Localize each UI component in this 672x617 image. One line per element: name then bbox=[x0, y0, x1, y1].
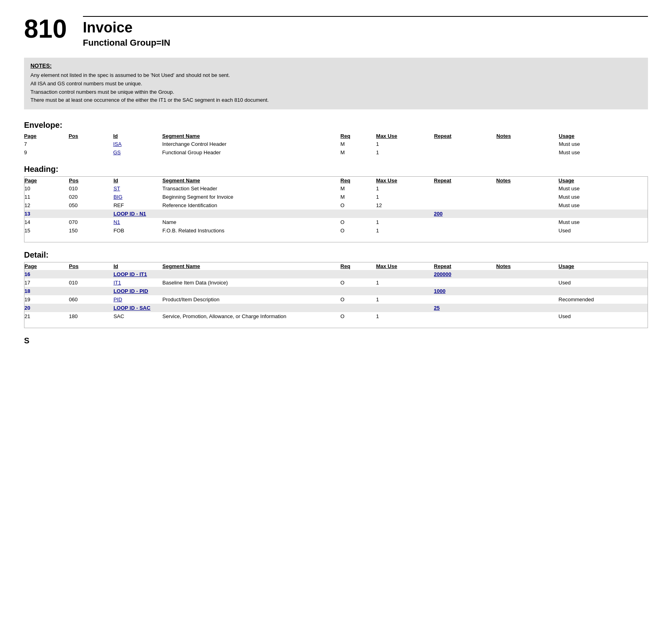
cell-notes bbox=[496, 270, 559, 278]
cell-maxuse bbox=[376, 304, 434, 312]
loop-row-pid: 18 LOOP ID - PID 1000 bbox=[24, 287, 648, 295]
cell-maxuse: 1 bbox=[376, 312, 434, 321]
col-header-notes: Notes bbox=[496, 132, 559, 140]
cell-id[interactable]: PID bbox=[113, 295, 162, 304]
cell-repeat bbox=[434, 148, 496, 157]
notes-line-4: There must be at least one occurrence of… bbox=[30, 96, 642, 105]
col-header-segname: Segment Name bbox=[162, 177, 340, 184]
col-header-pos: Pos bbox=[69, 177, 113, 184]
cell-pos: 010 bbox=[69, 278, 113, 287]
cell-page: 19 bbox=[24, 295, 69, 304]
cell-usage: Recommended bbox=[559, 295, 648, 304]
cell-usage: Must use bbox=[559, 148, 648, 157]
col-header-page: Page bbox=[24, 177, 69, 184]
cell-repeat: 25 bbox=[434, 304, 496, 312]
cell-segname: Interchange Control Header bbox=[162, 140, 341, 148]
col-header-id: Id bbox=[113, 177, 162, 184]
cell-notes bbox=[496, 287, 559, 295]
col-header-id: Id bbox=[113, 132, 162, 140]
cell-notes bbox=[496, 210, 559, 218]
cell-id: FOB bbox=[113, 226, 162, 235]
envelope-table: Page Pos Id Segment Name Req Max Use Rep… bbox=[24, 132, 648, 157]
cell-usage bbox=[559, 287, 648, 295]
cell-pos: 010 bbox=[69, 184, 113, 193]
cell-segname: Transaction Set Header bbox=[162, 184, 340, 193]
cell-segname: Functional Group Header bbox=[162, 148, 341, 157]
cell-segname: Baseline Item Data (Invoice) bbox=[162, 278, 340, 287]
col-header-pos: Pos bbox=[69, 262, 113, 270]
table-row: 12 050 REF Reference Identification O 12… bbox=[24, 201, 648, 210]
cell-pos: 150 bbox=[69, 226, 113, 235]
cell-page: 16 bbox=[24, 270, 69, 278]
cell-id[interactable]: ISA bbox=[113, 140, 162, 148]
cell-usage: Must use bbox=[559, 218, 648, 226]
envelope-section: Envelope: Page Pos Id Segment Name Req M… bbox=[24, 121, 648, 157]
cell-segname: Beginning Segment for Invoice bbox=[162, 193, 340, 201]
cell-id[interactable]: ST bbox=[113, 184, 162, 193]
cell-maxuse: 1 bbox=[376, 140, 434, 148]
cell-maxuse bbox=[376, 210, 434, 218]
cell-loop-id[interactable]: LOOP ID - SAC bbox=[113, 304, 376, 312]
cell-loop-id[interactable]: LOOP ID - N1 bbox=[113, 210, 376, 218]
cell-pos bbox=[69, 287, 113, 295]
notes-title: NOTES: bbox=[30, 63, 642, 69]
notes-line-1: Any element not listed in the spec is as… bbox=[30, 71, 642, 80]
detail-title: Detail: bbox=[24, 250, 648, 260]
cell-req: O bbox=[341, 295, 376, 304]
table-row: 9 GS Functional Group Header M 1 Must us… bbox=[24, 148, 648, 157]
cell-page: 13 bbox=[24, 210, 69, 218]
cell-segname: Name bbox=[162, 218, 340, 226]
col-header-pos: Pos bbox=[69, 132, 113, 140]
cell-maxuse: 1 bbox=[376, 226, 434, 235]
cell-page: 21 bbox=[24, 312, 69, 321]
cell-notes bbox=[496, 201, 559, 210]
cell-notes bbox=[496, 148, 559, 157]
cell-usage bbox=[559, 210, 648, 218]
cell-page: 7 bbox=[24, 140, 69, 148]
cell-id: REF bbox=[113, 201, 162, 210]
col-header-maxuse: Max Use bbox=[376, 132, 434, 140]
col-header-notes: Notes bbox=[496, 262, 559, 270]
page-header: 810 Invoice Functional Group=IN bbox=[24, 16, 648, 48]
table-row: 11 020 BIG Beginning Segment for Invoice… bbox=[24, 193, 648, 201]
loop-row-it1: 16 LOOP ID - IT1 200000 bbox=[24, 270, 648, 278]
heading-table: Page Pos Id Segment Name Req Max Use Rep… bbox=[24, 177, 648, 235]
col-header-req: Req bbox=[341, 177, 376, 184]
cell-usage: Must use bbox=[559, 140, 648, 148]
cell-page: 12 bbox=[24, 201, 69, 210]
cell-notes bbox=[496, 226, 559, 235]
cell-usage: Used bbox=[559, 312, 648, 321]
cell-id[interactable]: IT1 bbox=[113, 278, 162, 287]
cell-id[interactable]: GS bbox=[113, 148, 162, 157]
cell-loop-id[interactable]: LOOP ID - PID bbox=[113, 287, 376, 295]
cell-usage: Must use bbox=[559, 201, 648, 210]
cell-page: 18 bbox=[24, 287, 69, 295]
cell-page: 11 bbox=[24, 193, 69, 201]
cell-segname: F.O.B. Related Instructions bbox=[162, 226, 340, 235]
cell-loop-id[interactable]: LOOP ID - IT1 bbox=[113, 270, 376, 278]
cell-pos bbox=[69, 140, 113, 148]
cell-id[interactable]: BIG bbox=[113, 193, 162, 201]
col-header-repeat: Repeat bbox=[434, 132, 496, 140]
col-header-usage: Usage bbox=[559, 177, 648, 184]
cell-notes bbox=[496, 295, 559, 304]
cell-usage: Used bbox=[559, 226, 648, 235]
summary-title: S bbox=[24, 336, 648, 345]
cell-repeat bbox=[434, 140, 496, 148]
cell-maxuse: 1 bbox=[376, 295, 434, 304]
detail-table: Page Pos Id Segment Name Req Max Use Rep… bbox=[24, 262, 648, 321]
cell-notes bbox=[496, 278, 559, 287]
notes-box: NOTES: Any element not listed in the spe… bbox=[24, 58, 648, 109]
cell-maxuse: 1 bbox=[376, 193, 434, 201]
cell-pos bbox=[69, 148, 113, 157]
cell-req: M bbox=[341, 148, 376, 157]
cell-page: 20 bbox=[24, 304, 69, 312]
col-header-usage: Usage bbox=[559, 262, 648, 270]
cell-id[interactable]: N1 bbox=[113, 218, 162, 226]
table-row: 14 070 N1 Name O 1 Must use bbox=[24, 218, 648, 226]
cell-req: O bbox=[341, 278, 376, 287]
col-header-repeat: Repeat bbox=[434, 262, 496, 270]
cell-repeat bbox=[434, 295, 496, 304]
col-header-req: Req bbox=[341, 262, 376, 270]
cell-repeat bbox=[434, 226, 496, 235]
